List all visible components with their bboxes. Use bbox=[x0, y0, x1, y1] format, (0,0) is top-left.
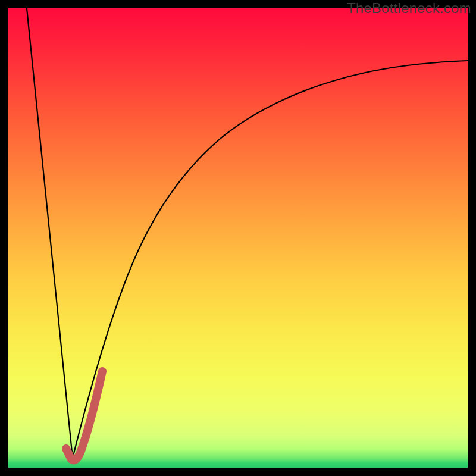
right-curve bbox=[73, 61, 468, 458]
left-line bbox=[27, 8, 73, 458]
plot-area bbox=[8, 8, 468, 468]
chart-frame: TheBottleneck.com bbox=[0, 0, 476, 476]
watermark-text: TheBottleneck.com bbox=[347, 0, 471, 17]
chart-svg bbox=[8, 8, 468, 468]
